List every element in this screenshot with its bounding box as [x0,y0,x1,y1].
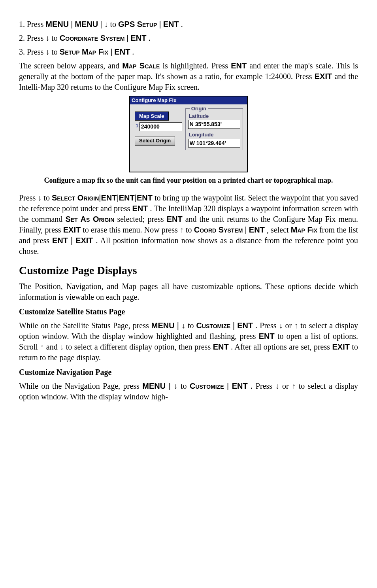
key-menu: MENU [45,20,69,28]
pipe: | [126,34,128,42]
t: to [43,193,52,202]
arrow-down-icon: ↓ [104,20,108,28]
arrow-up-icon: ↑ [40,342,44,351]
arrow-down-icon: ↓ [38,193,41,202]
t: to select a different display option, th… [66,342,213,351]
latitude-label: Latitude [189,113,240,120]
key-ent: ENT [232,382,248,390]
t: While on the Navigation Page, press [19,382,142,390]
t: to [188,321,196,330]
pipe: | [100,20,102,28]
menu-item: Coordinate System [60,34,125,42]
screenshot: Configure Map Fix Map Scale 1: 240000 Se… [19,96,358,172]
menu-item: Customize [190,382,224,390]
t: to [181,382,190,390]
t: . Press [255,321,279,330]
t: . Press [251,382,275,390]
t: to [110,20,118,28]
key-menu: MENU [151,321,175,330]
arrow-down-icon: ↓ [275,382,279,390]
t: or [285,321,294,330]
arrow-down-icon: ↓ [173,382,177,390]
t: and [46,342,60,351]
paragraph: The screen below appears, and Map Scale … [19,61,358,93]
menu-item: Customize [196,321,231,330]
menu-item: GPS Setup [118,20,157,28]
arrow-up-icon: ↑ [180,225,184,234]
t: to erase this menu. Now press [83,225,180,234]
step-2: 2. Press ↓ to Coordinate System | ENT . [19,33,358,43]
key-menu: MENU [75,20,98,28]
t: Press [19,193,38,202]
longitude-label: Longitude [189,131,240,138]
pipe: | [71,236,73,245]
pipe: | [245,225,247,234]
step-1: 1. Press MENU | MENU | ↓ to GPS Setup | … [19,19,358,30]
pipe: | [227,382,229,390]
step-3: 3. Press ↓ to Setup Map Fix | ENT . [19,47,358,57]
t: or [282,382,292,390]
t: . After all options are set, press [231,342,332,351]
t: to [186,225,194,234]
t: . [149,34,151,42]
label: Map Scale [122,61,160,70]
arrow-down-icon: ↓ [45,34,49,42]
subheading: Customize Navigation Page [19,367,358,378]
key-ent: ENT [167,215,183,223]
key-exit: EXIT [75,236,93,245]
pipe: | [110,47,112,56]
t: selected; press [117,215,166,223]
pipe: | [169,382,171,390]
key-ent: ENT [237,321,253,330]
key-ent: ENT [249,225,265,234]
map-scale-button[interactable]: Map Scale [135,112,169,121]
paragraph: While on the Satellite Status Page, pres… [19,320,358,363]
key-ent: ENT [52,236,68,245]
key-ent: ENT [101,193,117,202]
t: While on the Satellite Status Page, pres… [19,321,151,330]
t: to [51,47,60,56]
key-ent: ENT [163,20,179,28]
key-ent: ENT [259,332,275,340]
figure-caption: Configure a map fix so the unit can find… [35,176,342,185]
menu-item: Map Fix [291,225,317,234]
t: 1. Press [19,20,45,28]
paragraph: Press ↓ to Select Origin|ENT|ENT|ENT to … [19,193,358,257]
key-menu: MENU [142,382,166,390]
arrow-up-icon: ↑ [294,321,298,330]
select-origin-button[interactable]: Select Origin [135,136,175,146]
longitude-input[interactable]: W 101°29.464' [188,139,240,148]
key-ent: ENT [132,204,148,213]
t: to [51,34,60,42]
pipe: | [233,321,235,330]
t: 2. Press [19,34,45,42]
key-ent: ENT [131,34,147,42]
t: The screen below appears, and [19,61,122,70]
pipe: | [159,20,161,28]
t: . All position information now shows as … [19,236,358,255]
arrow-down-icon: ↓ [181,321,185,330]
key-exit: EXIT [332,342,350,351]
pipe: | [177,321,179,330]
section-heading: Customize Page Displays [19,263,358,278]
paragraph: The Position, Navigation, and Map pages … [19,281,358,303]
menu-item: Set As Origin [65,215,114,223]
scale-input[interactable]: 240000 [139,122,182,131]
menu-item: Setup Map Fix [60,47,108,56]
subheading: Customize Satellite Status Page [19,306,358,317]
paragraph: While on the Navigation Page, press MENU… [19,381,358,402]
key-exit: EXIT [315,72,332,81]
t: 3. Press [19,47,45,56]
key-ent: ENT [137,193,153,202]
key-ent: ENT [231,61,247,70]
origin-group: Origin Latitude N 35°55.853' Longitude W… [185,108,243,151]
latitude-input[interactable]: N 35°55.853' [188,120,240,129]
t: . [132,47,134,56]
menu-item: Select Origin [52,193,99,202]
arrow-up-icon: ↑ [292,382,296,390]
key-ent: ENT [114,47,130,56]
key-ent: ENT [119,193,135,202]
scale-index: 1: [136,122,140,129]
menu-item: Coord System [194,225,243,234]
arrow-down-icon: ↓ [60,342,64,351]
